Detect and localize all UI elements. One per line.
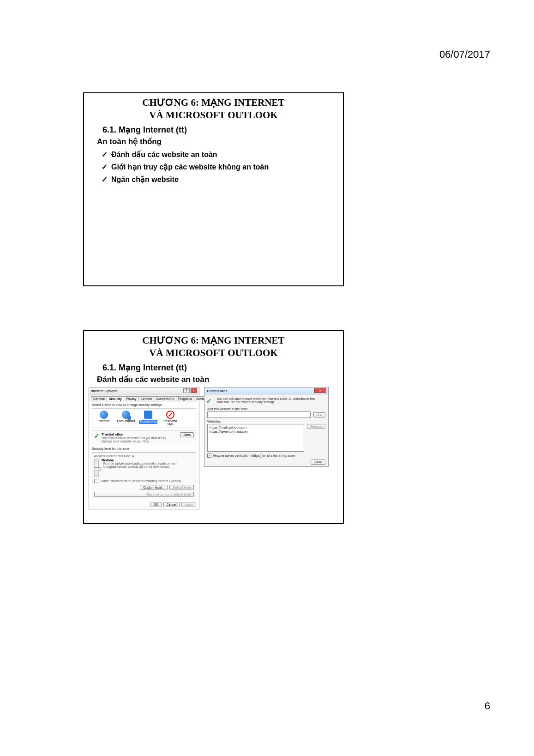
- page-number: 6: [485, 700, 490, 712]
- remove-button[interactable]: Remove: [307, 424, 325, 429]
- slide-1: CHƯƠNG 6: MẠNG INTERNET VÀ MICROSOFT OUT…: [83, 92, 344, 286]
- add-button[interactable]: Add: [313, 412, 325, 417]
- page-date: 06/07/2017: [439, 48, 490, 60]
- zone-trusted-label: Trusted sites: [139, 420, 158, 424]
- trusted-desc: This zone contains websites that you tru…: [102, 436, 166, 443]
- allowed-levels: Allowed levels for this zone: All: [94, 454, 194, 458]
- trusted-sites-title: Trusted sites: [206, 389, 228, 393]
- custom-level-button[interactable]: Custom level...: [140, 485, 168, 490]
- zone-restricted-sites[interactable]: Restricted sites: [161, 411, 180, 426]
- default-level-button[interactable]: Default level: [169, 485, 194, 490]
- require-https-checkbox[interactable]: ✓: [207, 454, 211, 458]
- tab-privacy[interactable]: Privacy: [124, 396, 139, 401]
- tabs: General Security Privacy Content Connect…: [91, 396, 197, 401]
- trusted-heading: Trusted sites: [102, 432, 166, 436]
- check-icon: ✓: [94, 432, 100, 443]
- internet-options-title: Internet Options: [91, 389, 117, 393]
- level-name: Medium: [102, 459, 176, 462]
- security-level-slider[interactable]: [94, 459, 99, 477]
- websites-listbox[interactable]: https://mail.yahoo.com https://www.ufm.e…: [207, 424, 304, 452]
- tab-general[interactable]: General: [91, 396, 107, 401]
- slide2-subhead: Đánh dấu các website an toàn: [97, 375, 338, 384]
- tab-content[interactable]: Content: [138, 396, 154, 401]
- level-line2: - Unsigned ActiveX controls will not be …: [102, 465, 176, 468]
- zone-local-intranet[interactable]: Local intranet: [116, 411, 136, 423]
- trusted-sites-dialog: Trusted sites ✕ ✓ You can add and remove…: [204, 387, 329, 467]
- ok-button[interactable]: OK: [150, 502, 162, 507]
- zone-restricted-label: Restricted sites: [161, 420, 180, 426]
- slide1-section: 6.1. Mạng Internet (tt): [102, 125, 338, 135]
- security-level-heading: Security level for this zone: [92, 447, 196, 450]
- sites-button[interactable]: Sites: [180, 432, 194, 437]
- slide1-bullet-1: Đánh dấu các website an toàn: [102, 150, 338, 159]
- select-zone-text: Select a zone to view or change security…: [92, 403, 196, 406]
- slide1-bullet-3: Ngăn chặn website: [102, 175, 338, 184]
- close-icon[interactable]: ×: [191, 388, 197, 393]
- tab-connections[interactable]: Connections: [154, 396, 176, 401]
- intranet-icon: [122, 411, 130, 419]
- trusted-sites-info: You can add and remove websites from thi…: [216, 397, 318, 404]
- add-website-label: Add this website to the zone:: [207, 407, 325, 411]
- tab-programs[interactable]: Programs: [176, 396, 194, 401]
- slide1-title-line2: VÀ MICROSOFT OUTLOOK: [89, 109, 338, 121]
- protected-mode-label: Enable Protected Mode (requires restarti…: [100, 479, 181, 483]
- slide-2: CHƯƠNG 6: MẠNG INTERNET VÀ MICROSOFT OUT…: [83, 330, 344, 524]
- restricted-icon: [166, 411, 174, 419]
- reset-zones-button[interactable]: Reset all zones to default level: [94, 492, 194, 497]
- slide1-title-line1: CHƯƠNG 6: MẠNG INTERNET: [89, 97, 338, 109]
- zone-trusted-sites[interactable]: Trusted sites: [138, 411, 158, 424]
- slide2-title-line1: CHƯƠNG 6: MẠNG INTERNET: [89, 335, 338, 346]
- cancel-button[interactable]: Cancel: [163, 502, 180, 507]
- check-icon: ✓: [206, 397, 212, 405]
- add-website-input[interactable]: [207, 411, 311, 418]
- slide1-subhead: An toàn hệ thống: [97, 137, 338, 146]
- protected-mode-checkbox[interactable]: [94, 479, 98, 483]
- slide2-title-line2: VÀ MICROSOFT OUTLOOK: [89, 347, 338, 359]
- zone-internet[interactable]: Internet: [94, 411, 114, 423]
- trusted-icon: [144, 411, 152, 419]
- zone-local-label: Local intranet: [117, 420, 135, 423]
- close-button[interactable]: Close: [311, 460, 325, 465]
- level-line1: - Prompts before downloading potentially…: [102, 462, 176, 465]
- list-item[interactable]: https://mail.yahoo.com: [210, 425, 302, 429]
- globe-icon: [100, 411, 108, 419]
- websites-label: Websites:: [207, 420, 325, 423]
- help-button[interactable]: ?: [183, 388, 190, 393]
- slide2-section: 6.1. Mạng Internet (tt): [102, 363, 338, 373]
- close-icon[interactable]: ✕: [314, 388, 326, 393]
- list-item[interactable]: https://www.ufm.edu.vn: [210, 429, 302, 434]
- internet-options-dialog: Internet Options ? × General Security Pr…: [89, 387, 199, 509]
- slide1-bullet-2: Giới hạn truy cập các website không an t…: [102, 163, 338, 171]
- apply-button[interactable]: Apply: [181, 502, 196, 507]
- require-https-label: Require server verification (https:) for…: [213, 454, 295, 457]
- tab-security[interactable]: Security: [107, 396, 124, 401]
- zone-internet-label: Internet: [99, 420, 109, 423]
